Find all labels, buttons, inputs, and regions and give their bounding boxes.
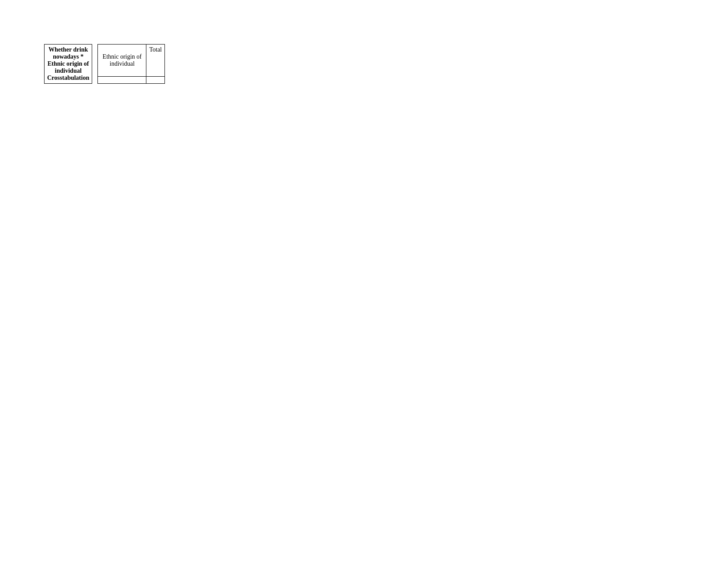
whether-drink-header: Whether drink nowadays * Ethnic origin o…: [45, 45, 92, 84]
empty-cell-2: [92, 76, 98, 83]
ethnic-origin-header-label: Ethnic origin of individual: [48, 60, 89, 74]
page-container: Whether drink nowadays * Ethnic origin o…: [0, 0, 728, 562]
crosstabulation-label: Crosstabulation: [47, 74, 89, 81]
crosstabulation-table: Whether drink nowadays * Ethnic origin o…: [44, 44, 165, 84]
table-wrapper: Whether drink nowadays * Ethnic origin o…: [44, 44, 165, 84]
total-col-header: Total: [146, 45, 165, 77]
ethnic-origin-data-cell: [98, 76, 146, 83]
ethnic-origin-sub-label: Ethnic origin of individual: [103, 53, 142, 67]
ethnic-origin-col-header: Ethnic origin of individual: [98, 45, 146, 77]
empty-cell-1: [92, 45, 98, 77]
whether-drink-label: Whether drink nowadays *: [49, 46, 88, 60]
total-data-cell: [146, 76, 165, 83]
total-label: Total: [149, 46, 162, 53]
